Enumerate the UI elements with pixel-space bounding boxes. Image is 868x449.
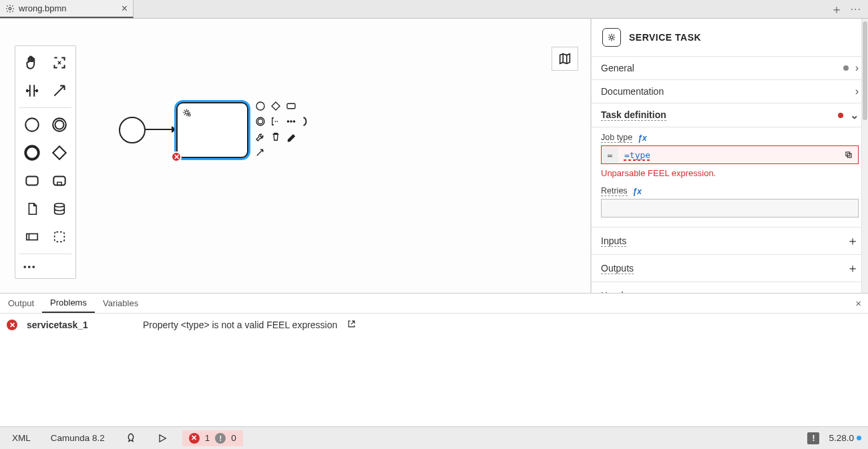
jobtype-error: Unparsable FEEL expression. (601, 168, 859, 178)
section-general[interactable]: General › (592, 57, 868, 80)
bottom-close-icon[interactable]: × (855, 298, 861, 309)
append-event-icon[interactable] (254, 99, 267, 113)
bottom-panel: Output Problems Variables × ✕ servicetas… (0, 293, 868, 426)
subprocess-tool[interactable] (48, 169, 71, 192)
properties-header: SERVICE TASK (592, 19, 868, 57)
error-icon: ✕ (189, 433, 200, 444)
properties-scrollbar[interactable] (861, 19, 868, 293)
sequence-flow[interactable] (146, 129, 176, 130)
deploy-button[interactable] (120, 430, 142, 447)
service-task[interactable] (176, 102, 248, 158)
task-definition-body: Job type ƒx = Unparsable FEEL expression… (592, 127, 868, 228)
text-annotation-icon[interactable] (269, 115, 282, 128)
wrench-icon[interactable] (254, 130, 267, 143)
jobtype-input[interactable] (601, 145, 859, 164)
tab-output[interactable]: Output (0, 294, 42, 313)
task-tool[interactable] (21, 169, 43, 192)
tab-variables[interactable]: Variables (95, 294, 146, 313)
problem-element-id: servicetask_1 (27, 320, 134, 330)
feedback-icon[interactable]: ! (807, 432, 819, 444)
close-icon[interactable]: × (122, 3, 128, 14)
chevron-down-icon: ⌄ (850, 109, 859, 121)
external-link-icon[interactable] (347, 319, 357, 331)
section-headers[interactable]: Headers ＋ (592, 282, 868, 293)
statusbar: XML Camunda 8.2 ✕ 1 ! 0 ! 5.28.0 (0, 426, 868, 449)
svg-point-18 (290, 121, 292, 122)
svg-point-8 (54, 203, 64, 207)
problem-message: Property <type> is not a valid FEEL expr… (143, 320, 337, 330)
scrollbar-thumb[interactable] (863, 21, 867, 120)
append-more-icon[interactable] (284, 115, 298, 128)
color-icon[interactable] (284, 130, 298, 143)
section-inputs[interactable]: Inputs ＋ (592, 228, 868, 255)
add-input-icon[interactable]: ＋ (847, 233, 859, 249)
warning-icon: ! (215, 433, 226, 444)
minimap-button[interactable] (552, 47, 578, 71)
svg-point-4 (25, 146, 39, 159)
append-intermediate-event-icon[interactable] (254, 115, 267, 128)
data-store-tool[interactable] (48, 197, 71, 220)
retries-label: Retries ƒx (601, 186, 859, 196)
tab-menu-button[interactable]: ··· (851, 4, 861, 15)
svg-rect-10 (54, 232, 64, 242)
engine-label[interactable]: Camunda 8.2 (45, 430, 110, 446)
problems-list: ✕ servicetask_1 Property <type> is not a… (0, 314, 868, 426)
jobtype-label: Job type ƒx (601, 133, 859, 143)
file-tab[interactable]: wrong.bpmn × (0, 0, 134, 18)
jobtype-field-wrap: = (601, 145, 859, 164)
add-output-icon[interactable]: ＋ (847, 260, 859, 276)
add-header-icon[interactable]: ＋ (847, 288, 859, 293)
version-label[interactable]: 5.28.0 (829, 433, 861, 443)
svg-rect-5 (26, 177, 37, 185)
xml-toggle[interactable]: XML (7, 430, 36, 446)
service-task-icon (602, 28, 621, 47)
expand-icon[interactable] (843, 149, 855, 161)
lasso-tool[interactable] (48, 51, 71, 74)
connect-icon[interactable] (254, 145, 267, 159)
tab-title: wrong.bpmn (19, 3, 118, 13)
update-dot-icon (857, 436, 861, 440)
problems-status[interactable]: ✕ 1 ! 0 (182, 430, 243, 446)
element-error-badge[interactable]: ✕ (171, 151, 182, 162)
main: ••• ✕ (0, 19, 868, 293)
gateway-tool[interactable] (48, 141, 71, 164)
tabbar: wrong.bpmn × ＋ ··· (0, 0, 868, 19)
start-event[interactable] (119, 117, 146, 143)
group-tool[interactable] (48, 226, 71, 248)
section-task-definition[interactable]: Task definition ⌄ (592, 103, 868, 127)
global-connect-tool[interactable] (48, 79, 71, 102)
append-end-event-icon[interactable] (300, 115, 313, 128)
svg-point-19 (293, 121, 294, 122)
retries-input[interactable] (601, 199, 859, 217)
run-button[interactable] (152, 430, 173, 446)
svg-rect-22 (847, 153, 851, 157)
svg-rect-14 (287, 103, 295, 109)
hand-tool[interactable] (21, 51, 43, 74)
properties-title: SERVICE TASK (629, 32, 701, 43)
space-tool[interactable] (21, 79, 43, 102)
new-tab-button[interactable]: ＋ (831, 3, 843, 15)
end-event-tool[interactable] (21, 141, 43, 164)
svg-rect-7 (57, 182, 61, 185)
properties-panel: SERVICE TASK General › Documentation › T… (591, 19, 868, 293)
palette: ••• (15, 45, 76, 279)
svg-rect-6 (53, 177, 65, 185)
append-task-icon[interactable] (284, 99, 298, 113)
svg-rect-9 (26, 234, 37, 240)
section-outputs[interactable]: Outputs ＋ (592, 255, 868, 282)
service-task-gear-icon (182, 107, 194, 119)
palette-more[interactable]: ••• (15, 257, 75, 276)
problem-row[interactable]: ✕ servicetask_1 Property <type> is not a… (0, 314, 868, 336)
intermediate-event-tool[interactable] (48, 113, 71, 136)
delete-icon[interactable] (269, 130, 282, 143)
section-documentation[interactable]: Documentation › (592, 80, 868, 103)
tab-problems[interactable]: Problems (42, 294, 95, 313)
error-icon: ✕ (7, 320, 17, 330)
canvas[interactable]: ••• ✕ (0, 19, 591, 293)
svg-point-20 (610, 36, 613, 39)
append-gateway-icon[interactable] (269, 99, 282, 113)
chevron-right-icon: › (855, 62, 859, 74)
participant-tool[interactable] (21, 226, 43, 248)
data-object-tool[interactable] (21, 197, 43, 220)
start-event-tool[interactable] (21, 113, 43, 136)
